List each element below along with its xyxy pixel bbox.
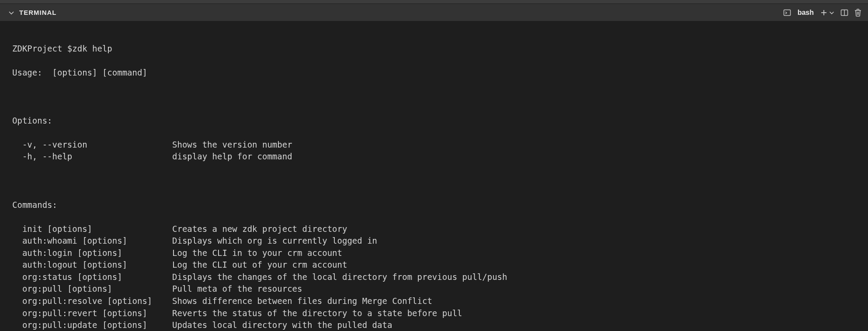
- command-line: auth:login [options] Log the CLI in to y…: [12, 247, 856, 259]
- window-titlebar: [0, 0, 868, 3]
- terminal-line: ZDKProject $zdk help: [12, 43, 856, 55]
- panel-header-left: TERMINAL: [8, 9, 57, 16]
- command-line: org:pull:resolve [options] Shows differe…: [12, 295, 856, 307]
- terminal-blank-line: [12, 175, 856, 187]
- plus-icon[interactable]: [820, 9, 828, 17]
- option-line: -h, --help display help for command: [12, 151, 856, 163]
- command-line: org:status [options] Displays the change…: [12, 271, 856, 283]
- option-line: -v, --version Shows the version number: [12, 139, 856, 151]
- prompt: ZDKProject $: [12, 44, 72, 53]
- terminal-panel-header: TERMINAL bash: [0, 3, 868, 21]
- command-line: org:pull:revert [options] Reverts the st…: [12, 307, 856, 320]
- shell-name[interactable]: bash: [797, 9, 815, 17]
- panel-header-right: bash: [783, 8, 862, 17]
- chevron-down-icon[interactable]: [8, 9, 15, 16]
- trash-icon[interactable]: [854, 8, 862, 17]
- options-header: Options:: [12, 115, 856, 127]
- command-line: auth:whoami [options] Displays which org…: [12, 235, 856, 247]
- panel-title[interactable]: TERMINAL: [19, 9, 57, 16]
- terminal-launch-icon[interactable]: [783, 8, 792, 17]
- command-line: org:pull:update [options] Updates local …: [12, 319, 856, 331]
- terminal-output[interactable]: ZDKProject $zdk help Usage: [options] [c…: [0, 21, 868, 331]
- terminal-line: Usage: [options] [command]: [12, 67, 856, 79]
- chevron-down-icon[interactable]: [829, 10, 835, 16]
- command-line: auth:logout [options] Log the CLI out of…: [12, 259, 856, 271]
- terminal-blank-line: [12, 91, 856, 103]
- typed-command: zdk help: [72, 44, 112, 53]
- commands-header: Commands:: [12, 199, 856, 211]
- split-panel-icon[interactable]: [840, 8, 849, 17]
- command-line: init [options] Creates a new zdk project…: [12, 223, 856, 235]
- command-line: org:pull [options] Pull meta of the reso…: [12, 283, 856, 295]
- new-terminal-group: [820, 9, 835, 17]
- svg-rect-0: [784, 10, 790, 15]
